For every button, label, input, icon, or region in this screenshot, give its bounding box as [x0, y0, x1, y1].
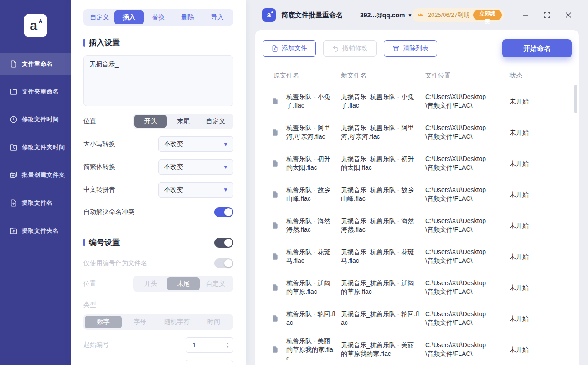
new-name-cell: 无损音乐_杭盖乐队 - 花斑马.flac	[341, 248, 420, 265]
file-time-icon	[10, 115, 18, 124]
original-name-cell: 杭盖乐队 - 轮回.flac	[286, 310, 335, 327]
logo-letter: a	[30, 19, 37, 32]
maximize-button[interactable]	[543, 11, 551, 19]
undo-label: 撤销修改	[342, 44, 368, 52]
insert-position-seg: 开头末尾自定义	[133, 114, 233, 129]
original-name-cell: 杭盖乐队 - 海然海然.flac	[286, 217, 335, 234]
chevron-down-icon: ▼	[223, 141, 228, 147]
original-name-cell: 杭盖乐队 - 阿里河,母亲河.flac	[286, 124, 335, 141]
only-number-label: 仅使用编号作为文件名	[83, 259, 147, 267]
sidebar: a A 文件重命名文件夹重命名修改文件时间修改文件夹时间批量创建文件夹提取文件名…	[0, 0, 71, 365]
start-rename-button[interactable]: 开始命名	[502, 39, 572, 57]
add-files-label: 添加文件	[282, 44, 307, 52]
tab-3[interactable]: 删除	[173, 10, 203, 24]
new-name-cell: 无损音乐_杭盖乐队 - 轮回.flac	[341, 310, 420, 327]
clipped-bottom-input[interactable]: ▲▼	[186, 360, 233, 365]
account-dropdown[interactable]: 392...@qq.com ▼	[360, 11, 412, 19]
header-original: 原文件名	[272, 72, 335, 80]
table-row[interactable]: 杭盖乐队 - 轮回.flac无损音乐_杭盖乐队 - 轮回.flacC:\User…	[255, 303, 579, 334]
sidebar-item-0[interactable]: 文件重命名	[0, 53, 71, 75]
toolbar: 添加文件 撤销修改 清除列表 开始命名	[255, 30, 579, 57]
segment-option[interactable]: 字母	[122, 316, 159, 328]
undo-icon	[332, 45, 339, 52]
segment-option[interactable]: 自定义	[200, 277, 232, 290]
segment-option[interactable]: 随机字符	[159, 316, 196, 328]
new-name-cell: 无损音乐_杭盖乐队 - 故乡山峰.flac	[341, 186, 420, 203]
start-number-value: 1	[192, 341, 196, 349]
only-number-toggle[interactable]	[214, 258, 233, 268]
table-row[interactable]: 杭盖乐队 - 小兔子.flac无损音乐_杭盖乐队 - 小兔子.flacC:\Us…	[255, 86, 579, 117]
location-cell: C:\Users\XU\Desktop\音频文件\FLAC\	[425, 217, 504, 234]
sidebar-item-1[interactable]: 文件夹重命名	[0, 81, 71, 103]
file-icon	[272, 283, 279, 292]
sidebar-item-label: 文件夹重命名	[22, 88, 59, 96]
section-accent-bar	[83, 39, 85, 47]
number-position-label: 位置	[83, 280, 96, 288]
header-location: 文件位置	[425, 72, 504, 80]
window-controls	[521, 11, 573, 19]
folders-add-icon	[10, 171, 18, 179]
status-cell: 未开始	[510, 345, 570, 354]
sidebar-item-5[interactable]: 提取文件名	[0, 192, 71, 214]
sidebar-item-4[interactable]: 批量创建文件夹	[0, 164, 71, 186]
segment-option[interactable]: 数字	[85, 316, 122, 328]
minimize-button[interactable]	[521, 11, 530, 19]
file-icon	[272, 190, 279, 198]
table-row[interactable]: 杭盖乐队 - 美丽的草原我的家.flac无损音乐_杭盖乐队 - 美丽的草原我的家…	[255, 334, 579, 365]
number-settings-toggle[interactable]	[214, 238, 233, 248]
zh-convert-dropdown-value: 不改变	[164, 163, 183, 171]
segment-option[interactable]: 时间	[195, 316, 232, 328]
app-logo: a A	[24, 14, 47, 37]
sidebar-item-2[interactable]: 修改文件时间	[0, 109, 71, 130]
segment-option[interactable]: 自定义	[200, 115, 232, 128]
location-cell: C:\Users\XU\Desktop\音频文件\FLAC\	[425, 155, 504, 172]
status-cell: 未开始	[510, 314, 570, 323]
stepper-arrows[interactable]: ▲▼	[226, 342, 229, 348]
section-divider	[83, 229, 233, 229]
sidebar-item-label: 修改文件夹时间	[22, 143, 65, 151]
sidebar-item-3[interactable]: 修改文件夹时间	[0, 136, 71, 158]
zh-convert-dropdown[interactable]: 不改变 ▼	[158, 159, 233, 175]
segment-option[interactable]: 末尾	[167, 115, 199, 128]
panel-tabs: 自定义插入替换删除导入	[83, 9, 233, 26]
table-row[interactable]: 杭盖乐队 - 故乡山峰.flac无损音乐_杭盖乐队 - 故乡山峰.flacC:\…	[255, 179, 579, 210]
table-row[interactable]: 杭盖乐队 - 花斑马.flac无损音乐_杭盖乐队 - 花斑马.flacC:\Us…	[255, 241, 579, 272]
sidebar-item-6[interactable]: 提取文件夹名	[0, 220, 71, 242]
folder-extract-icon	[10, 227, 18, 235]
expiry-date: 2025/06/27到期	[428, 11, 469, 19]
table-row[interactable]: 杭盖乐队 - 海然海然.flac无损音乐_杭盖乐队 - 海然海然.flacC:\…	[255, 210, 579, 241]
scrollbar-thumb[interactable]	[574, 85, 577, 113]
start-number-input[interactable]: 1 ▲▼	[186, 337, 233, 353]
conflict-toggle[interactable]	[214, 207, 233, 217]
table-row[interactable]: 杭盖乐队 - 初升的太阳.flac无损音乐_杭盖乐队 - 初升的太阳.flacC…	[255, 148, 579, 179]
add-files-button[interactable]: 添加文件	[263, 40, 316, 57]
new-name-cell: 无损音乐_杭盖乐队 - 美丽的草原我的家.flac	[341, 341, 420, 358]
pinyin-dropdown[interactable]: 不改变 ▼	[158, 182, 233, 198]
tab-1[interactable]: 插入	[114, 10, 144, 24]
insert-text-input[interactable]: 无损音乐_	[83, 55, 233, 106]
tab-0[interactable]: 自定义	[85, 10, 114, 24]
segment-option[interactable]: 开头	[134, 115, 167, 128]
file-icon	[272, 252, 279, 261]
zh-convert-label: 简繁体转换	[83, 163, 115, 171]
app-title: 简鹿文件批量重命名	[281, 11, 343, 20]
chevron-down-icon: ▼	[407, 13, 412, 18]
table-row[interactable]: 杭盖乐队 - 辽阔的草原.flac无损音乐_杭盖乐队 - 辽阔的草原.flacC…	[255, 272, 579, 303]
case-dropdown[interactable]: 不改变 ▼	[158, 136, 233, 152]
clear-list-button[interactable]: 清除列表	[384, 40, 437, 57]
location-cell: C:\Users\XU\Desktop\音频文件\FLAC\	[425, 248, 504, 265]
add-file-icon	[271, 45, 279, 52]
segment-option[interactable]: 末尾	[167, 277, 199, 290]
number-settings-body: 仅使用编号作为文件名 位置 开头末尾自定义 类型 数字字母随机字符时间 起始编号…	[83, 258, 233, 365]
undo-button[interactable]: 撤销修改	[323, 40, 377, 57]
location-cell: C:\Users\XU\Desktop\音频文件\FLAC\	[425, 341, 504, 358]
tab-2[interactable]: 替换	[144, 10, 173, 24]
folder-time-icon	[10, 143, 18, 151]
segment-option[interactable]: 开头	[134, 277, 167, 290]
close-button[interactable]	[564, 11, 573, 19]
renew-button[interactable]: 立即续费	[473, 10, 502, 20]
number-settings-title: 编号设置	[83, 237, 120, 248]
tab-4[interactable]: 导入	[202, 10, 232, 24]
status-cell: 未开始	[510, 128, 570, 137]
table-row[interactable]: 杭盖乐队 - 阿里河,母亲河.flac无损音乐_杭盖乐队 - 阿里河,母亲河.f…	[255, 117, 579, 148]
